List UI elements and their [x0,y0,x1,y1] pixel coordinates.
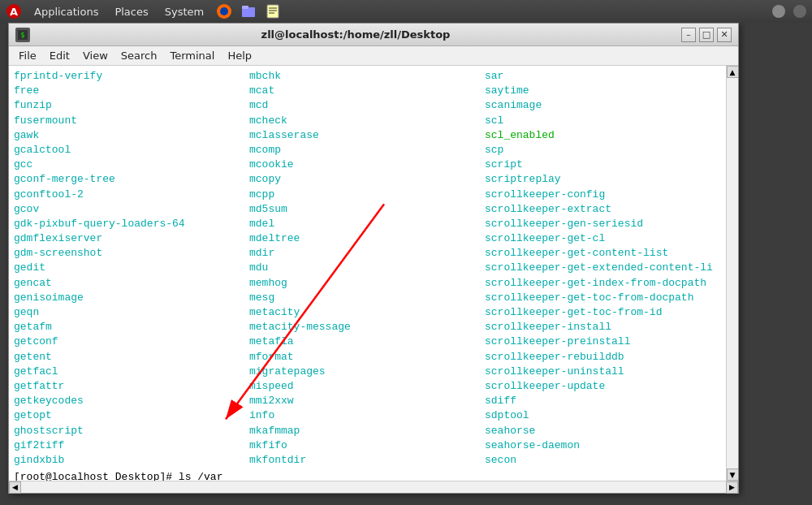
system-menu[interactable]: System [160,4,209,19]
list-item: scrollkeeper-gen-seriesid [485,217,713,231]
list-item: genisoimage [14,291,249,305]
list-item: gdk-pixbuf-query-loaders-64 [14,217,249,231]
window-title: zll@localhost:/home/zll/Desktop [261,28,451,41]
list-item: gcalctool [14,143,249,158]
applications-menu[interactable]: Applications [29,4,103,19]
menu-bar: File Edit View Search Terminal Help [9,46,738,66]
list-item: scrollkeeper-update [485,379,713,394]
network-icon [793,4,807,19]
list-item: getfattr [14,379,249,394]
horizontal-scrollbar[interactable]: ◀ ▶ [9,481,738,493]
list-item: mcopy [249,172,485,187]
list-item: mclasserase [249,128,485,143]
col3: sar saytime scanimage scl scl_enabled sc… [485,69,713,468]
search-menu[interactable]: Search [114,48,164,63]
list-item: getkeycodes [14,394,249,408]
list-item: memhog [249,276,485,291]
text-editor-icon[interactable] [264,2,282,20]
list-item: scrollkeeper-install [485,320,713,335]
app-menu-icon[interactable]: A [5,2,23,20]
list-item: mmi2xxw [249,394,485,408]
list-item: gedit [14,261,249,275]
list-item: mdir [249,246,485,261]
window-controls: – □ ✕ [681,28,732,42]
list-item: mkfifo [249,438,485,453]
list-item: md5sum [249,202,485,217]
maximize-button[interactable]: □ [699,28,714,42]
file-menu[interactable]: File [12,48,43,63]
terminal-body[interactable]: fprintd-verify free funzip fusermount ga… [9,66,738,481]
ls-output-columns: fprintd-verify free funzip fusermount ga… [14,69,721,468]
list-item: metacity-message [249,320,485,335]
minimize-button[interactable]: – [681,28,696,42]
command-area: [root@localhost Desktop]# ls /var accoun… [14,469,721,481]
help-menu[interactable]: Help [221,48,258,63]
list-item: free [14,84,249,98]
list-item: metacity [249,305,485,320]
list-item: metafla [249,335,485,349]
list-item: gcc [14,158,249,172]
list-item: sdptool [485,408,713,423]
list-item: getopt [14,408,249,423]
terminal-content[interactable]: fprintd-verify free funzip fusermount ga… [9,66,726,481]
svg-point-11 [793,5,806,18]
list-item: scl [485,114,713,128]
list-item: gconf-merge-tree [14,172,249,187]
list-item: script [485,158,713,172]
list-item: scrollkeeper-preinstall [485,335,713,349]
list-item: mbchk [249,69,485,84]
list-item: fprintd-verify [14,69,249,84]
list-item: gdm-screenshot [14,246,249,261]
terminal-icon: $ [15,28,30,42]
scroll-left-arrow[interactable]: ◀ [9,481,21,494]
list-item: scrollkeeper-uninstall [485,365,713,379]
list-item: sar [485,69,713,84]
command-prompt-1: [root@localhost Desktop]# ls /var [14,469,721,481]
places-menu[interactable]: Places [110,4,153,19]
close-button[interactable]: ✕ [717,28,732,42]
list-item: scrollkeeper-get-index-from-docpath [485,276,713,291]
list-item: mdeltree [249,231,485,246]
scrollbar-track[interactable] [727,78,738,468]
title-bar: $ zll@localhost:/home/zll/Desktop – □ ✕ [9,24,738,46]
list-item: scrollkeeper-config [485,188,713,202]
list-item: scrollkeeper-get-content-list [485,246,713,261]
terminal-menu[interactable]: Terminal [163,48,221,63]
list-item: geqn [14,305,249,320]
list-item: fusermount [14,114,249,128]
list-item: mdu [249,261,485,275]
list-item: scp [485,143,713,158]
vertical-scrollbar[interactable]: ▲ ▼ [726,66,738,481]
firefox-icon[interactable] [215,2,233,20]
edit-menu[interactable]: Edit [43,48,76,63]
list-item: funzip [14,98,249,113]
scroll-right-arrow[interactable]: ▶ [726,481,738,494]
col2: mbchk mcat mcd mcheck mclasserase mcomp … [249,69,485,468]
list-item: scrollkeeper-get-cl [485,231,713,246]
svg-rect-6 [267,5,279,18]
list-item: gindxbib [14,453,249,468]
file-manager-icon[interactable] [240,2,257,20]
list-item: mkfontdir [249,453,485,468]
svg-point-10 [772,5,785,18]
list-item: mcpp [249,188,485,202]
scroll-down-arrow[interactable]: ▼ [727,468,739,481]
taskbar: A Applications Places System [0,0,812,23]
view-menu[interactable]: View [76,48,114,63]
svg-text:A: A [10,6,18,18]
list-item: info [249,408,485,423]
svg-rect-5 [242,6,248,9]
list-item: mcookie [249,158,485,172]
list-item: mcat [249,84,485,98]
svg-point-3 [220,7,228,15]
svg-text:$: $ [21,32,25,39]
list-item: scrollkeeper-get-extended-content-li [485,261,713,275]
list-item: mcheck [249,114,485,128]
list-item: scriptreplay [485,172,713,187]
list-item: mkafmmap [249,424,485,438]
list-item: scrollkeeper-rebuilddb [485,350,713,365]
list-item: getfacl [14,365,249,379]
scroll-up-arrow[interactable]: ▲ [727,66,739,78]
list-item: migratepages [249,365,485,379]
h-scrollbar-track[interactable] [21,481,726,493]
